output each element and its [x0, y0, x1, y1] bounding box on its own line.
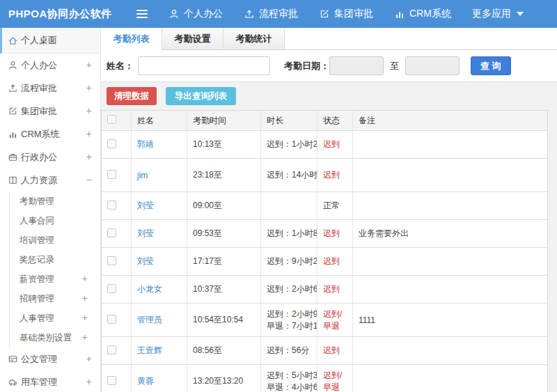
document-icon: [8, 354, 18, 364]
name-input[interactable]: [138, 56, 270, 75]
to-label: 至: [390, 60, 399, 72]
sidebar-subitem[interactable]: 人事管理+: [10, 308, 100, 328]
sidebar-subitem[interactable]: 奖惩记录: [10, 250, 100, 269]
expander-icon[interactable]: +: [86, 129, 92, 140]
sidebar-subitem[interactable]: 招聘管理+: [10, 289, 100, 308]
table-header-row: 姓名考勤时间时长状态备注: [102, 111, 548, 131]
status-badge: 迟到: [323, 256, 340, 266]
employee-name-link[interactable]: 管理员: [137, 315, 162, 324]
sidebar-item[interactable]: 流程审批+: [0, 77, 100, 100]
tab-bar: 考勤列表考勤设置考勤统计: [101, 28, 557, 50]
header-checkbox-cell: [102, 111, 132, 131]
sidebar-item[interactable]: 人力资源−: [0, 168, 100, 191]
employee-name-link[interactable]: jim: [137, 171, 148, 180]
row-checkbox-cell: [102, 365, 132, 392]
name-cell: 刘莹: [132, 248, 187, 276]
sidebar-subtree: 考勤管理人事合同培训管理奖惩记录薪资管理+招聘管理+人事管理+基础类别设置+: [9, 191, 100, 347]
row-checkbox[interactable]: [107, 139, 116, 148]
status-badge: 迟到: [323, 228, 340, 238]
sidebar-subitem[interactable]: 人事合同: [10, 211, 100, 230]
workflow-icon: [8, 83, 18, 93]
tab[interactable]: 考勤列表: [101, 28, 162, 50]
row-checkbox[interactable]: [107, 170, 116, 179]
table-row: 小龙女10:37至迟到：2小时62分迟到: [102, 276, 548, 304]
duration-cell: 迟到：5小时33分早退：4小时67分: [261, 365, 317, 392]
topnav-item-3[interactable]: 集团审批: [319, 8, 373, 20]
topnav-item-2[interactable]: 流程审批: [244, 8, 298, 20]
row-checkbox-cell: [102, 304, 132, 337]
row-checkbox[interactable]: [107, 284, 116, 293]
row-checkbox[interactable]: [107, 228, 116, 237]
topnav-item-4[interactable]: CRM系统: [394, 8, 451, 20]
tab[interactable]: 考勤统计: [223, 28, 285, 49]
sidebar-subitem[interactable]: 薪资管理+: [10, 269, 100, 289]
expander-icon[interactable]: +: [86, 60, 92, 71]
topnav-item-1[interactable]: 个人办公: [168, 8, 223, 20]
employee-name-link[interactable]: 王壹辉: [137, 345, 162, 355]
date-to-input[interactable]: [405, 56, 460, 75]
column-header: 状态: [317, 111, 353, 131]
expander-icon[interactable]: +: [86, 152, 92, 163]
main-content: 考勤列表考勤设置考勤统计 姓名： 考勤日期： 至 查 询 清理数据 导出查询列表…: [101, 28, 557, 392]
expander-icon[interactable]: +: [86, 83, 92, 94]
row-checkbox-cell: [102, 337, 132, 365]
status-cell: 迟到/早退: [317, 304, 353, 337]
expander-icon[interactable]: +: [82, 274, 88, 285]
expander-icon[interactable]: +: [82, 293, 88, 304]
caret-down-icon: [517, 12, 524, 16]
sidebar-item[interactable]: CRM系统+: [0, 123, 100, 146]
expander-icon[interactable]: +: [82, 313, 88, 324]
status-cell: 迟到: [317, 159, 353, 192]
sidebar-item[interactable]: 集团审批+: [0, 100, 100, 123]
select-all-checkbox[interactable]: [107, 115, 116, 124]
name-cell: 刘莹: [132, 220, 187, 248]
top-header: PHPOA协同办公软件 个人办公流程审批集团审批CRM系统更多应用: [0, 0, 557, 28]
time-cell: 09:00至: [187, 192, 261, 220]
expander-icon[interactable]: +: [86, 377, 92, 388]
time-cell: 09:53至: [187, 220, 261, 248]
tab[interactable]: 考勤设置: [162, 28, 223, 49]
export-list-button[interactable]: 导出查询列表: [166, 87, 236, 105]
time-cell: 23:18至: [187, 159, 261, 192]
employee-name-link[interactable]: 黄蓉: [137, 376, 154, 386]
toolbar: 清理数据 导出查询列表: [101, 82, 557, 110]
employee-name-link[interactable]: 刘莹: [137, 256, 154, 266]
row-checkbox[interactable]: [107, 315, 116, 324]
name-cell: 刘莹: [132, 192, 187, 220]
table-row: 王壹辉08:56至迟到：56分迟到: [102, 337, 548, 365]
note-cell: 业务需要外出: [353, 220, 548, 248]
sidebar-subitem[interactable]: 培训管理: [10, 230, 100, 250]
sidebar-item[interactable]: 用车管理+: [0, 370, 100, 392]
clean-data-button[interactable]: 清理数据: [107, 87, 157, 105]
expander-icon[interactable]: +: [86, 354, 92, 365]
time-cell: 17:17至: [187, 248, 261, 276]
row-checkbox[interactable]: [107, 256, 116, 265]
employee-name-link[interactable]: 小龙女: [137, 284, 162, 294]
duration-cell: 迟到：2小时90分早退：7小时10分: [261, 304, 317, 337]
row-checkbox-cell: [102, 220, 132, 248]
duration-cell: 迟到：2小时62分: [261, 276, 317, 304]
sidebar-subitem[interactable]: 考勤管理: [10, 191, 100, 211]
sidebar-item[interactable]: 个人办公+: [0, 54, 100, 77]
employee-name-link[interactable]: 刘莹: [137, 228, 154, 238]
sidebar-subitem[interactable]: 基础类别设置+: [10, 328, 100, 347]
employee-name-link[interactable]: 刘莹: [137, 201, 154, 210]
expander-icon[interactable]: −: [86, 175, 92, 186]
expander-icon[interactable]: +: [82, 332, 88, 343]
date-from-input[interactable]: [329, 56, 384, 75]
expander-icon[interactable]: +: [86, 106, 92, 117]
status-cell: 迟到: [317, 276, 353, 304]
car-icon: [8, 377, 18, 387]
row-checkbox[interactable]: [107, 345, 116, 354]
row-checkbox-cell: [102, 192, 132, 220]
topnav-item-5[interactable]: 更多应用: [472, 8, 524, 20]
sidebar-item[interactable]: 公文管理+: [0, 347, 100, 370]
row-checkbox[interactable]: [107, 376, 116, 385]
user-icon: [168, 8, 180, 19]
hamburger-menu-icon[interactable]: [136, 10, 148, 18]
search-button[interactable]: 查 询: [471, 56, 511, 75]
row-checkbox[interactable]: [107, 201, 116, 210]
sidebar-item[interactable]: 行政办公+: [0, 146, 100, 168]
employee-name-link[interactable]: 郭靖: [137, 139, 154, 149]
sidebar-item[interactable]: 个人桌面: [0, 28, 100, 54]
